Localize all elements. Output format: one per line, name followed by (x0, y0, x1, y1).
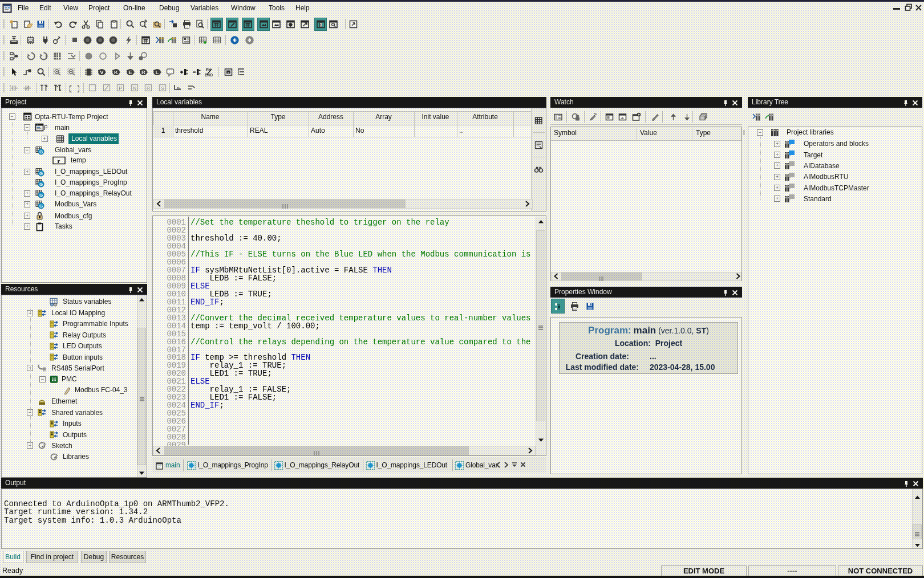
svg-text:P: P (44, 124, 47, 131)
svg-text:G: G (39, 203, 43, 209)
svg-text:ENO: ENO (205, 73, 213, 77)
svg-text:{ }: { } (70, 84, 79, 93)
svg-text:R: R (146, 85, 149, 91)
svg-text:G: G (39, 193, 43, 198)
svg-text:S: S (161, 85, 164, 91)
svg-text:G: G (39, 149, 43, 154)
svg-text:G: G (39, 171, 43, 176)
svg-text:G: G (39, 182, 43, 187)
svg-text:r: r (58, 157, 60, 164)
svg-text:P: P (119, 85, 122, 91)
svg-text:E: E (128, 69, 132, 75)
svg-text:N: N (133, 85, 136, 91)
svg-text:L: L (156, 69, 159, 75)
svg-text:R: R (141, 69, 145, 75)
svg-text:K: K (114, 69, 118, 75)
svg-text:V: V (100, 69, 104, 75)
